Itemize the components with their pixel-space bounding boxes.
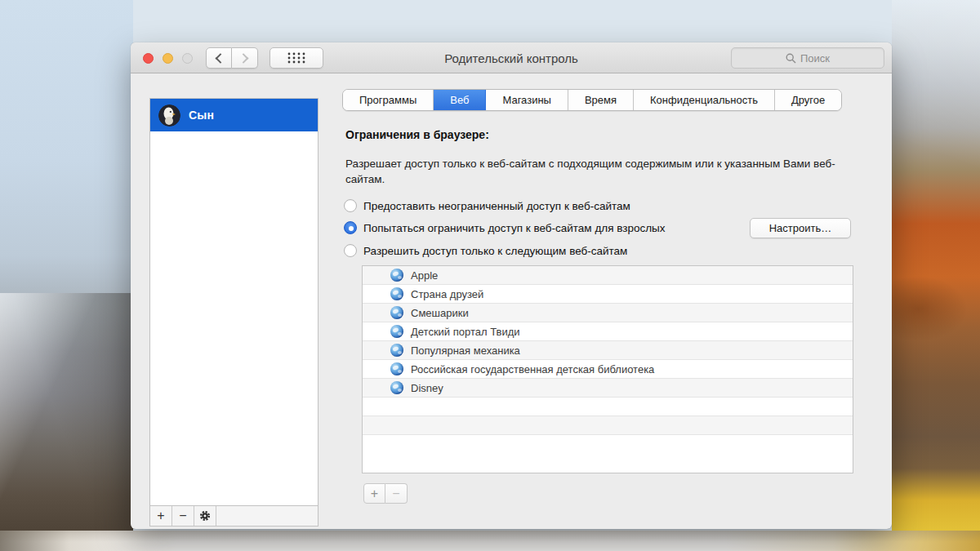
section-description: Разрешает доступ только к веб-сайтам с п… (345, 156, 856, 187)
grid-icon (286, 51, 307, 64)
globe-icon (390, 269, 403, 282)
radio-option-limit-adult[interactable]: Попытаться ограничить доступ к веб-сайта… (344, 221, 666, 234)
gear-icon (199, 510, 211, 522)
users-sidebar: Сын + − (149, 98, 318, 527)
list-item-site[interactable]: Популярная механика (363, 341, 853, 360)
show-all-button[interactable] (270, 47, 323, 69)
add-site-button[interactable]: + (363, 483, 385, 504)
list-item-site[interactable]: Детский портал Твиди (363, 322, 853, 341)
minus-icon: − (179, 509, 186, 522)
forward-button[interactable] (232, 47, 258, 69)
allowed-sites-list: Apple Страна друзей Смешарики Детский по… (362, 265, 853, 473)
search-icon (786, 53, 796, 64)
back-button[interactable] (206, 47, 232, 69)
sidebar-item-user[interactable]: Сын (150, 99, 318, 131)
globe-icon (390, 306, 403, 319)
globe-icon (390, 287, 403, 300)
zoom-button[interactable] (182, 53, 193, 64)
site-list-actions: + − (363, 483, 408, 504)
minus-icon: − (392, 487, 399, 501)
add-user-button[interactable]: + (150, 506, 172, 526)
tab-bar: Программы Веб Магазины Время Конфиденциа… (342, 89, 842, 111)
chevron-right-icon (238, 53, 249, 64)
list-empty-row (363, 435, 853, 454)
radio-icon[interactable] (344, 244, 357, 257)
list-empty-row (363, 416, 853, 435)
radio-option-unrestricted[interactable]: Предоставить неограниченный доступ к веб… (344, 199, 630, 212)
globe-icon (390, 344, 403, 357)
close-button[interactable] (143, 53, 154, 64)
customize-button[interactable]: Настроить… (750, 218, 851, 238)
list-item-site[interactable]: Российская государственная детская библи… (363, 360, 853, 379)
list-item-site[interactable]: Смешарики (363, 304, 853, 322)
radio-option-allow-only-listed[interactable]: Разрешить доступ только к следующим веб-… (344, 244, 627, 257)
remove-user-button[interactable]: − (172, 506, 194, 526)
list-item-site[interactable]: Страна друзей (363, 285, 853, 304)
titlebar[interactable]: Родительский контроль П (131, 42, 892, 73)
tab-time[interactable]: Время (568, 90, 634, 110)
tab-other[interactable]: Другое (775, 90, 841, 110)
tab-privacy[interactable]: Конфиденциальность (634, 90, 775, 110)
globe-icon (390, 362, 403, 375)
tab-programs[interactable]: Программы (343, 90, 434, 110)
remove-site-button[interactable]: − (385, 483, 408, 504)
globe-icon (390, 381, 403, 394)
search-input[interactable]: Поиск (731, 47, 884, 69)
search-placeholder: Поиск (800, 52, 830, 64)
tab-web[interactable]: Веб (434, 90, 486, 110)
plus-icon: + (157, 509, 164, 522)
radio-selected-icon[interactable] (344, 221, 357, 234)
user-name: Сын (189, 109, 214, 122)
wallpaper-bottom-strip (0, 531, 980, 551)
wallpaper-right-autumn-slope (892, 0, 980, 532)
sidebar-action-bar: + − (150, 505, 318, 526)
user-actions-button[interactable] (194, 506, 216, 526)
list-item-site[interactable]: Apple (363, 266, 853, 285)
wallpaper-left-mountain (0, 0, 133, 532)
globe-icon (390, 325, 403, 338)
plus-icon: + (371, 487, 378, 501)
radio-icon[interactable] (344, 199, 357, 212)
minimize-button[interactable] (163, 53, 173, 64)
list-empty-row (363, 398, 853, 416)
avatar (158, 104, 180, 127)
section-heading: Ограничения в браузере: (345, 128, 489, 141)
list-item-site[interactable]: Disney (363, 379, 853, 398)
parental-controls-window: Родительский контроль П (131, 42, 892, 529)
tab-stores[interactable]: Магазины (486, 90, 568, 110)
chevron-left-icon (215, 53, 225, 64)
